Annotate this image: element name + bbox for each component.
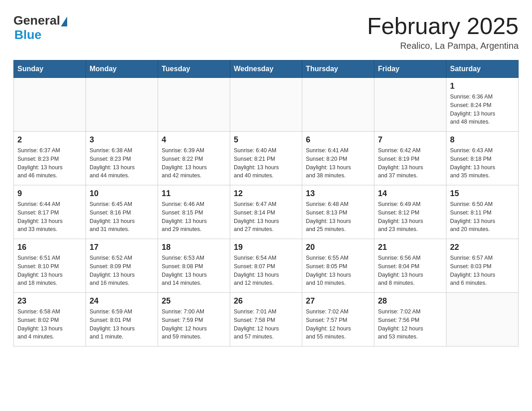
logo-general-text: General <box>13 13 60 28</box>
calendar-cell <box>302 78 374 132</box>
calendar-cell <box>86 78 158 132</box>
day-number: 18 <box>162 243 226 252</box>
day-info: Sunrise: 6:57 AM Sunset: 8:03 PM Dayligh… <box>450 254 515 287</box>
day-info: Sunrise: 6:37 AM Sunset: 8:23 PM Dayligh… <box>17 146 82 180</box>
day-number: 28 <box>378 296 442 306</box>
day-info: Sunrise: 6:52 AM Sunset: 8:09 PM Dayligh… <box>90 254 154 287</box>
calendar-cell <box>14 78 86 132</box>
calendar-cell: 10Sunrise: 6:45 AM Sunset: 8:16 PM Dayli… <box>86 185 158 239</box>
day-info: Sunrise: 6:45 AM Sunset: 8:16 PM Dayligh… <box>90 200 154 234</box>
weekday-header-thursday: Thursday <box>302 60 374 78</box>
day-info: Sunrise: 6:58 AM Sunset: 8:02 PM Dayligh… <box>17 308 82 341</box>
day-number: 14 <box>378 189 442 198</box>
day-number: 6 <box>306 135 370 145</box>
calendar-cell: 5Sunrise: 6:40 AM Sunset: 8:21 PM Daylig… <box>230 132 302 185</box>
day-number: 2 <box>17 135 82 145</box>
day-number: 8 <box>450 135 515 145</box>
day-number: 22 <box>450 243 515 252</box>
logo-triangle-icon <box>61 17 67 26</box>
day-info: Sunrise: 7:02 AM Sunset: 7:57 PM Dayligh… <box>306 308 370 341</box>
week-row-5: 23Sunrise: 6:58 AM Sunset: 8:02 PM Dayli… <box>14 293 519 347</box>
logo-blue-text: Blue <box>14 28 42 42</box>
calendar-cell: 8Sunrise: 6:43 AM Sunset: 8:18 PM Daylig… <box>446 132 519 185</box>
week-row-1: 1Sunrise: 6:36 AM Sunset: 8:24 PM Daylig… <box>14 78 519 132</box>
calendar-cell: 15Sunrise: 6:50 AM Sunset: 8:11 PM Dayli… <box>446 185 519 239</box>
calendar-cell <box>446 293 519 347</box>
calendar-cell: 2Sunrise: 6:37 AM Sunset: 8:23 PM Daylig… <box>14 132 86 185</box>
day-info: Sunrise: 6:56 AM Sunset: 8:04 PM Dayligh… <box>378 254 442 287</box>
week-row-2: 2Sunrise: 6:37 AM Sunset: 8:23 PM Daylig… <box>14 132 519 185</box>
day-number: 24 <box>90 296 154 306</box>
day-number: 19 <box>234 243 298 252</box>
weekday-header-monday: Monday <box>86 60 158 78</box>
day-info: Sunrise: 6:51 AM Sunset: 8:10 PM Dayligh… <box>17 254 82 287</box>
weekday-header-wednesday: Wednesday <box>230 60 302 78</box>
weekday-header-saturday: Saturday <box>446 60 519 78</box>
day-info: Sunrise: 6:44 AM Sunset: 8:17 PM Dayligh… <box>17 200 82 234</box>
weekday-header-friday: Friday <box>374 60 446 78</box>
calendar-cell: 25Sunrise: 7:00 AM Sunset: 7:59 PM Dayli… <box>158 293 230 347</box>
day-info: Sunrise: 6:59 AM Sunset: 8:01 PM Dayligh… <box>90 308 154 341</box>
calendar-cell: 9Sunrise: 6:44 AM Sunset: 8:17 PM Daylig… <box>14 185 86 239</box>
calendar-cell <box>158 78 230 132</box>
day-number: 13 <box>306 189 370 198</box>
calendar-cell: 24Sunrise: 6:59 AM Sunset: 8:01 PM Dayli… <box>86 293 158 347</box>
month-title: February 2025 <box>367 13 519 39</box>
day-number: 7 <box>378 135 442 145</box>
day-info: Sunrise: 6:48 AM Sunset: 8:13 PM Dayligh… <box>306 200 370 234</box>
week-row-3: 9Sunrise: 6:44 AM Sunset: 8:17 PM Daylig… <box>14 185 519 239</box>
calendar-cell: 17Sunrise: 6:52 AM Sunset: 8:09 PM Dayli… <box>86 239 158 293</box>
day-info: Sunrise: 6:47 AM Sunset: 8:14 PM Dayligh… <box>234 200 298 234</box>
day-info: Sunrise: 6:40 AM Sunset: 8:21 PM Dayligh… <box>234 146 298 180</box>
day-number: 9 <box>17 189 82 198</box>
day-info: Sunrise: 6:41 AM Sunset: 8:20 PM Dayligh… <box>306 146 370 180</box>
calendar-cell: 23Sunrise: 6:58 AM Sunset: 8:02 PM Dayli… <box>14 293 86 347</box>
calendar-cell: 13Sunrise: 6:48 AM Sunset: 8:13 PM Dayli… <box>302 185 374 239</box>
calendar-cell <box>374 78 446 132</box>
calendar-cell: 22Sunrise: 6:57 AM Sunset: 8:03 PM Dayli… <box>446 239 519 293</box>
day-info: Sunrise: 6:50 AM Sunset: 8:11 PM Dayligh… <box>450 200 515 234</box>
day-info: Sunrise: 6:49 AM Sunset: 8:12 PM Dayligh… <box>378 200 442 234</box>
calendar-header-row: SundayMondayTuesdayWednesdayThursdayFrid… <box>14 60 519 78</box>
day-number: 3 <box>90 135 154 145</box>
day-info: Sunrise: 6:46 AM Sunset: 8:15 PM Dayligh… <box>162 200 226 234</box>
day-info: Sunrise: 6:36 AM Sunset: 8:24 PM Dayligh… <box>450 93 515 126</box>
calendar-table: SundayMondayTuesdayWednesdayThursdayFrid… <box>13 60 519 347</box>
day-info: Sunrise: 7:01 AM Sunset: 7:58 PM Dayligh… <box>234 308 298 341</box>
day-number: 10 <box>90 189 154 198</box>
day-info: Sunrise: 6:38 AM Sunset: 8:23 PM Dayligh… <box>90 146 154 180</box>
week-row-4: 16Sunrise: 6:51 AM Sunset: 8:10 PM Dayli… <box>14 239 519 293</box>
day-info: Sunrise: 6:42 AM Sunset: 8:19 PM Dayligh… <box>378 146 442 180</box>
day-info: Sunrise: 6:55 AM Sunset: 8:05 PM Dayligh… <box>306 254 370 287</box>
day-info: Sunrise: 7:02 AM Sunset: 7:56 PM Dayligh… <box>378 308 442 341</box>
logo: General Blue <box>13 13 67 42</box>
calendar-cell: 20Sunrise: 6:55 AM Sunset: 8:05 PM Dayli… <box>302 239 374 293</box>
calendar-cell <box>230 78 302 132</box>
day-number: 21 <box>378 243 442 252</box>
calendar-cell: 7Sunrise: 6:42 AM Sunset: 8:19 PM Daylig… <box>374 132 446 185</box>
calendar-cell: 3Sunrise: 6:38 AM Sunset: 8:23 PM Daylig… <box>86 132 158 185</box>
calendar-cell: 1Sunrise: 6:36 AM Sunset: 8:24 PM Daylig… <box>446 78 519 132</box>
weekday-header-tuesday: Tuesday <box>158 60 230 78</box>
day-number: 11 <box>162 189 226 198</box>
day-number: 23 <box>17 296 82 306</box>
calendar-cell: 19Sunrise: 6:54 AM Sunset: 8:07 PM Dayli… <box>230 239 302 293</box>
location-title: Realico, La Pampa, Argentina <box>367 41 519 51</box>
day-info: Sunrise: 7:00 AM Sunset: 7:59 PM Dayligh… <box>162 308 226 341</box>
day-info: Sunrise: 6:39 AM Sunset: 8:22 PM Dayligh… <box>162 146 226 180</box>
calendar-cell: 6Sunrise: 6:41 AM Sunset: 8:20 PM Daylig… <box>302 132 374 185</box>
calendar-cell: 12Sunrise: 6:47 AM Sunset: 8:14 PM Dayli… <box>230 185 302 239</box>
weekday-header-sunday: Sunday <box>14 60 86 78</box>
day-number: 4 <box>162 135 226 145</box>
calendar-cell: 14Sunrise: 6:49 AM Sunset: 8:12 PM Dayli… <box>374 185 446 239</box>
calendar-cell: 18Sunrise: 6:53 AM Sunset: 8:08 PM Dayli… <box>158 239 230 293</box>
day-number: 15 <box>450 189 515 198</box>
day-number: 5 <box>234 135 298 145</box>
title-area: February 2025 Realico, La Pampa, Argenti… <box>367 13 519 51</box>
calendar-cell: 11Sunrise: 6:46 AM Sunset: 8:15 PM Dayli… <box>158 185 230 239</box>
page-header: General Blue February 2025 Realico, La P… <box>13 13 519 51</box>
day-number: 25 <box>162 296 226 306</box>
day-number: 26 <box>234 296 298 306</box>
day-number: 17 <box>90 243 154 252</box>
day-number: 27 <box>306 296 370 306</box>
